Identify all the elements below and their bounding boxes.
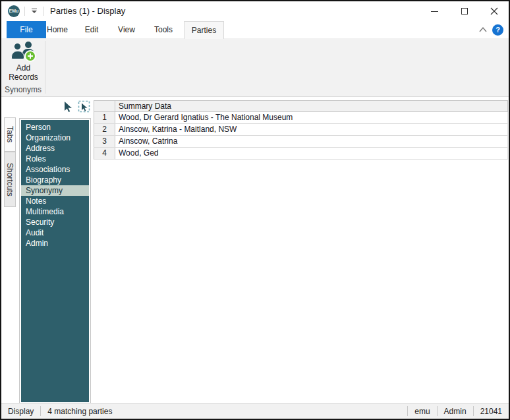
main-area: Tabs Shortcuts Person Organization Addre… bbox=[1, 98, 509, 403]
sidebar-item-admin[interactable]: Admin bbox=[21, 238, 89, 249]
ribbon: Add Records Synonyms bbox=[1, 38, 509, 97]
tab-home[interactable]: Home bbox=[43, 21, 72, 38]
window-title: Parties (1) - Display bbox=[50, 6, 125, 16]
collapse-ribbon-icon[interactable] bbox=[478, 26, 488, 33]
row-summary: Wood, Ged bbox=[115, 148, 507, 159]
selection-toolbar bbox=[62, 100, 90, 113]
status-user: Admin bbox=[438, 407, 473, 416]
ribbon-tab-bar: File Home Edit View Tools Parties ? bbox=[1, 21, 509, 38]
row-number: 1 bbox=[94, 112, 115, 123]
person-front-head bbox=[14, 43, 21, 50]
qat-caret bbox=[32, 11, 37, 13]
sidebar-item-notes[interactable]: Notes bbox=[21, 196, 89, 206]
add-records-people-icon bbox=[11, 42, 36, 63]
status-database: emu bbox=[408, 407, 436, 416]
table-row[interactable]: 2 Ainscow, Katrina - Maitland, NSW bbox=[94, 124, 508, 136]
row-number: 3 bbox=[94, 136, 115, 147]
sidebar-item-address[interactable]: Address bbox=[21, 143, 89, 154]
add-records-button[interactable]: Add Records bbox=[4, 40, 43, 85]
ribbon-group-label: Synonyms bbox=[1, 85, 45, 94]
app-window: EMu Parties (1) - Display File Home Edit… bbox=[0, 0, 510, 420]
sidebar-item-person[interactable]: Person bbox=[21, 122, 89, 133]
side-tab-shortcuts[interactable]: Shortcuts bbox=[4, 152, 16, 207]
tab-edit[interactable]: Edit bbox=[77, 21, 106, 38]
add-records-label-line1: Add bbox=[4, 63, 43, 73]
select-all-icon[interactable] bbox=[78, 100, 90, 113]
titlebar: EMu Parties (1) - Display bbox=[1, 1, 509, 21]
close-button[interactable] bbox=[479, 1, 509, 21]
sidebar-item-biography[interactable]: Biography bbox=[21, 175, 89, 185]
sidebar-item-security[interactable]: Security bbox=[21, 217, 89, 227]
person-front-body bbox=[11, 51, 24, 59]
sidebar-item-audit[interactable]: Audit bbox=[21, 227, 89, 238]
quick-access-dropdown-icon[interactable] bbox=[30, 7, 38, 15]
select-arrow-icon[interactable] bbox=[62, 100, 74, 113]
row-summary: Ainscow, Catrina bbox=[115, 136, 507, 147]
status-message: 4 matching parties bbox=[41, 407, 119, 416]
status-record-id: 21041 bbox=[474, 407, 509, 416]
minimize-button[interactable] bbox=[420, 1, 449, 21]
side-tab-shortcuts-label: Shortcuts bbox=[5, 163, 14, 196]
row-number-header bbox=[94, 101, 115, 111]
sidebar-item-organization[interactable]: Organization bbox=[21, 133, 89, 143]
sidebar-item-roles[interactable]: Roles bbox=[21, 154, 89, 164]
status-mode: Display bbox=[1, 407, 40, 416]
sidebar-item-associations[interactable]: Associations bbox=[21, 164, 89, 175]
help-icon[interactable]: ? bbox=[492, 24, 503, 36]
side-tab-tabs-label: Tabs bbox=[5, 126, 14, 142]
side-tab-tabs[interactable]: Tabs bbox=[4, 117, 16, 152]
maximize-button[interactable] bbox=[449, 1, 479, 21]
summary-table: Summary Data 1 Wood, Dr Gerard Ignatius … bbox=[94, 100, 508, 160]
qat-bar bbox=[32, 9, 37, 9]
tab-tools[interactable]: Tools bbox=[149, 21, 178, 38]
row-summary: Wood, Dr Gerard Ignatius - The National … bbox=[115, 112, 507, 123]
plus-badge-icon bbox=[24, 50, 36, 62]
table-row[interactable]: 3 Ainscow, Catrina bbox=[94, 136, 508, 148]
maximize-icon bbox=[461, 8, 468, 15]
table-header-row: Summary Data bbox=[94, 100, 508, 112]
table-row[interactable]: 1 Wood, Dr Gerard Ignatius - The Nationa… bbox=[94, 112, 508, 124]
tab-list-panel: Person Organization Address Roles Associ… bbox=[20, 119, 90, 404]
sidebar-item-multimedia[interactable]: Multimedia bbox=[21, 206, 89, 217]
person-back-head bbox=[25, 42, 32, 48]
row-number: 2 bbox=[94, 124, 115, 135]
tab-file[interactable]: File bbox=[7, 21, 46, 38]
emu-logo-icon: EMu bbox=[8, 5, 20, 17]
tab-view[interactable]: View bbox=[112, 21, 141, 38]
summary-data-header[interactable]: Summary Data bbox=[115, 101, 507, 111]
tab-parties[interactable]: Parties bbox=[184, 21, 224, 39]
titlebar-separator bbox=[43, 7, 44, 16]
window-controls bbox=[420, 1, 509, 21]
row-summary: Ainscow, Katrina - Maitland, NSW bbox=[115, 124, 507, 135]
close-icon bbox=[490, 7, 499, 16]
minimize-icon bbox=[431, 11, 438, 12]
table-row[interactable]: 4 Wood, Ged bbox=[94, 148, 508, 160]
row-number: 4 bbox=[94, 148, 115, 159]
titlebar-separator bbox=[24, 7, 25, 16]
sidebar-item-synonymy[interactable]: Synonymy bbox=[21, 185, 89, 196]
add-records-label-line2: Records bbox=[4, 73, 43, 82]
status-bar: Display 4 matching parties emu Admin 210… bbox=[1, 403, 509, 419]
ribbon-group-synonyms: Add Records Synonyms bbox=[1, 38, 45, 96]
